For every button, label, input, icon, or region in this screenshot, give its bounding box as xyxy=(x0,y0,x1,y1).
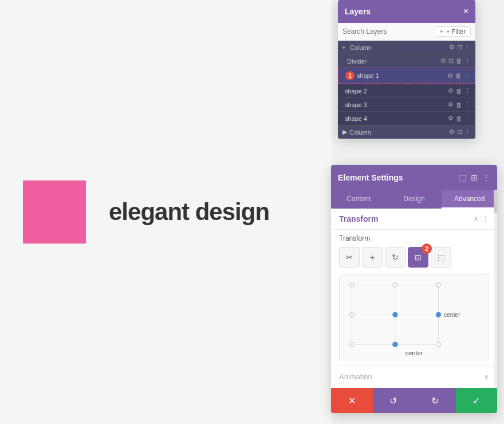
settings-header-icons: ⬚ ⊞ ⋮ xyxy=(459,173,490,182)
shape-4-icons: ⚙ 🗑 ⋮ xyxy=(448,115,471,122)
copy-icon[interactable]: ⊡ xyxy=(457,128,462,136)
action-bar: ✕ ↺ ↻ ✓ xyxy=(331,388,497,413)
transform-tools: ✂ + ↻ ⊡ 2 ⬚ xyxy=(331,245,497,270)
list-item[interactable]: shape 4 ⚙ 🗑 ⋮ xyxy=(338,111,475,125)
list-item[interactable]: Divider ⚙ ⊡ 🗑 ⋮ xyxy=(338,54,475,68)
layers-panel: Layers × + + Filter ▾ Column ⚙ ⊡ ⋮ Divid… xyxy=(338,0,475,139)
filter-button[interactable]: + + Filter xyxy=(435,26,471,37)
settings-icon[interactable]: ⚙ xyxy=(447,72,453,80)
transform-section-title: Transform xyxy=(339,214,378,223)
chevron-down-icon: ▾ xyxy=(342,45,345,50)
settings-icon[interactable]: ⚙ xyxy=(448,115,454,122)
divider-icon-group: ⚙ ⊡ 🗑 ⋮ xyxy=(440,57,471,65)
svg-point-3 xyxy=(350,283,355,288)
more-icon[interactable]: ⋮ xyxy=(464,101,471,108)
undo-icon: ↺ xyxy=(389,395,397,406)
copy-icon[interactable]: ⊡ xyxy=(457,44,462,51)
more-icon[interactable]: ⋮ xyxy=(464,57,471,65)
settings-icon[interactable]: ⚙ xyxy=(440,57,446,65)
settings-icon[interactable]: ⚙ xyxy=(449,44,455,51)
svg-point-5 xyxy=(436,283,441,288)
list-item[interactable]: 1 shape 1 ⚙ 🗑 ⋮ xyxy=(338,68,475,84)
confirm-icon: ✓ xyxy=(472,395,480,406)
divider-label: Divider xyxy=(347,58,367,65)
tab-advanced[interactable]: Advanced xyxy=(442,190,497,209)
shape-4-label: shape 4 xyxy=(345,115,448,122)
delete-icon[interactable]: 🗑 xyxy=(456,57,462,65)
shape-1-icons: ⚙ 🗑 ⋮ xyxy=(447,72,470,80)
rotate-tool-button[interactable]: ↻ xyxy=(385,247,405,268)
svg-point-10 xyxy=(392,341,397,347)
settings-title: Element Settings xyxy=(338,173,403,182)
delete-icon[interactable]: 🗑 xyxy=(456,101,462,108)
redo-button[interactable]: ↻ xyxy=(414,388,456,413)
settings-icon[interactable]: ⚙ xyxy=(448,101,454,108)
transform-label: Transform xyxy=(331,230,497,245)
pink-square-shape xyxy=(23,180,86,244)
section-header-icons: ∧ ⋮ xyxy=(474,215,489,223)
animation-label: Animation xyxy=(339,372,372,381)
more-icon[interactable]: ⋮ xyxy=(464,115,471,122)
list-item[interactable]: ▶ Column ⚙ ⊡ ⋮ xyxy=(338,125,475,139)
layers-header: Layers × xyxy=(338,0,475,23)
scrollbar-track[interactable] xyxy=(494,190,497,388)
settings-panel: Element Settings ⬚ ⊞ ⋮ Content Design Ad… xyxy=(331,165,497,413)
list-item[interactable]: shape 3 ⚙ 🗑 ⋮ xyxy=(338,97,475,111)
section-more-icon[interactable]: ⋮ xyxy=(482,215,489,223)
delete-icon[interactable]: 🗑 xyxy=(456,88,462,95)
transform-grid[interactable]: center center xyxy=(339,274,489,360)
shape-3-label: shape 3 xyxy=(345,101,448,108)
bottom-column-icons: ⚙ ⊡ ⋮ xyxy=(449,128,471,136)
column-label: Column xyxy=(350,44,372,51)
more-icon[interactable]: ⋮ xyxy=(464,87,471,95)
scissors-tool-button[interactable]: ✂ xyxy=(339,247,360,268)
layers-search-input[interactable] xyxy=(342,28,431,36)
fullscreen-icon[interactable]: ⬚ xyxy=(459,173,466,182)
shape-3-icons: ⚙ 🗑 ⋮ xyxy=(448,101,471,108)
shape-1-label: shape 1 xyxy=(357,72,447,79)
transform-grid-area: center center xyxy=(331,270,497,365)
svg-point-9 xyxy=(350,342,355,347)
copy-icon[interactable]: ⊡ xyxy=(448,57,454,65)
layers-search-bar: + + Filter xyxy=(338,23,475,41)
list-item[interactable]: shape 2 ⚙ 🗑 ⋮ xyxy=(338,84,475,97)
step-badge-1: 1 xyxy=(345,71,355,80)
chevron-up-icon[interactable]: ∧ xyxy=(474,215,479,223)
more-icon[interactable]: ⋮ xyxy=(482,173,490,182)
layers-close-button[interactable]: × xyxy=(463,7,468,16)
grid-tool-button[interactable]: ⬚ xyxy=(431,247,451,268)
animation-section[interactable]: Animation ∨ xyxy=(331,365,497,388)
layer-icon-group: ⚙ ⊡ ⋮ xyxy=(449,44,471,51)
svg-text:center: center xyxy=(444,312,460,318)
columns-icon[interactable]: ⊞ xyxy=(471,173,478,182)
confirm-button[interactable]: ✓ xyxy=(456,388,498,413)
layers-list: ▾ Column ⚙ ⊡ ⋮ Divider ⚙ ⊡ 🗑 ⋮ 1 shape 1… xyxy=(338,41,475,139)
settings-icon[interactable]: ⚙ xyxy=(448,87,454,95)
add-tool-button[interactable]: + xyxy=(362,247,383,268)
svg-point-7 xyxy=(392,312,397,317)
more-icon[interactable]: ⋮ xyxy=(464,72,470,80)
more-icon[interactable]: ⋮ xyxy=(464,128,471,136)
list-item[interactable]: ▾ Column ⚙ ⊡ ⋮ xyxy=(338,41,475,54)
chevron-right-icon: ▶ xyxy=(342,128,347,136)
undo-button[interactable]: ↺ xyxy=(373,388,415,413)
redo-icon: ↻ xyxy=(431,395,439,406)
cancel-icon: ✕ xyxy=(348,395,356,406)
scrollbar-thumb[interactable] xyxy=(494,190,497,213)
svg-point-11 xyxy=(436,342,441,347)
delete-icon[interactable]: 🗑 xyxy=(456,115,462,122)
settings-header: Element Settings ⬚ ⊞ ⋮ xyxy=(331,165,497,190)
settings-tabs: Content Design Advanced xyxy=(331,190,497,209)
settings-icon[interactable]: ⚙ xyxy=(449,128,455,136)
svg-point-4 xyxy=(393,283,397,288)
tab-design[interactable]: Design xyxy=(387,190,442,209)
cancel-button[interactable]: ✕ xyxy=(331,388,373,413)
canvas-area: elegant design xyxy=(0,0,332,424)
more-icon[interactable]: ⋮ xyxy=(464,44,471,51)
delete-icon[interactable]: 🗑 xyxy=(455,72,462,79)
tab-content[interactable]: Content xyxy=(331,190,387,209)
transform-section-header: Transform ∧ ⋮ xyxy=(331,209,497,230)
svg-point-8 xyxy=(436,312,441,317)
transform-grid-svg: center xyxy=(346,282,482,353)
shape-2-label: shape 2 xyxy=(345,88,448,95)
